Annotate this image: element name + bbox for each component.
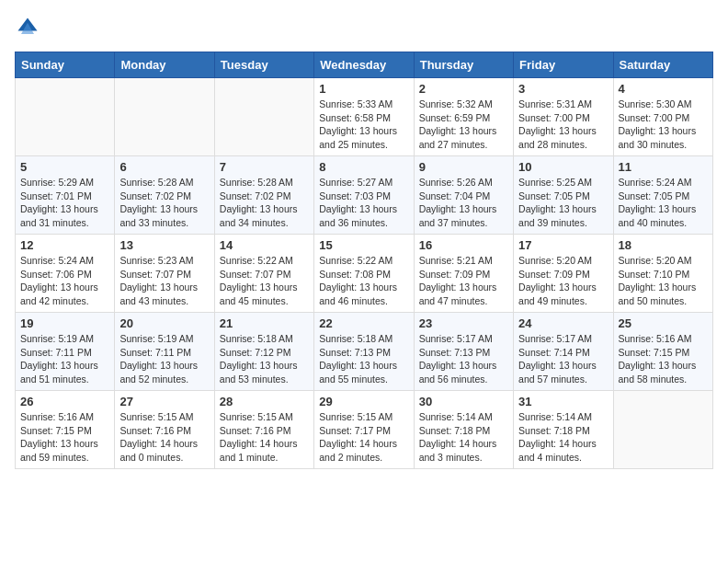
calendar-cell: 28Sunrise: 5:15 AM Sunset: 7:16 PM Dayli…	[214, 391, 313, 469]
day-number: 7	[220, 160, 309, 174]
calendar-cell	[214, 78, 313, 156]
day-info: Sunrise: 5:16 AM Sunset: 7:15 PM Dayligh…	[20, 410, 109, 465]
day-number: 20	[119, 316, 209, 330]
day-info: Sunrise: 5:20 AM Sunset: 7:10 PM Dayligh…	[619, 254, 708, 308]
day-info: Sunrise: 5:27 AM Sunset: 7:03 PM Dayligh…	[319, 176, 408, 230]
week-row-1: 1Sunrise: 5:33 AM Sunset: 6:58 PM Daylig…	[16, 78, 713, 156]
calendar-cell: 6Sunrise: 5:28 AM Sunset: 7:02 PM Daylig…	[115, 156, 214, 235]
calendar-cell: 12Sunrise: 5:24 AM Sunset: 7:06 PM Dayli…	[16, 235, 115, 313]
week-row-5: 26Sunrise: 5:16 AM Sunset: 7:15 PM Dayli…	[16, 391, 713, 469]
calendar-cell	[16, 78, 115, 156]
calendar-cell: 18Sunrise: 5:20 AM Sunset: 7:10 PM Dayli…	[613, 235, 712, 313]
header-friday: Friday	[514, 52, 613, 78]
day-info: Sunrise: 5:25 AM Sunset: 7:05 PM Dayligh…	[518, 176, 608, 230]
day-info: Sunrise: 5:17 AM Sunset: 7:14 PM Dayligh…	[518, 332, 608, 386]
calendar-cell: 1Sunrise: 5:33 AM Sunset: 6:58 PM Daylig…	[314, 78, 414, 156]
day-info: Sunrise: 5:21 AM Sunset: 7:09 PM Dayligh…	[419, 254, 508, 308]
day-number: 1	[319, 82, 408, 96]
day-info: Sunrise: 5:24 AM Sunset: 7:06 PM Dayligh…	[20, 254, 109, 308]
day-number: 3	[518, 82, 608, 96]
day-number: 10	[518, 160, 608, 174]
calendar-cell: 25Sunrise: 5:16 AM Sunset: 7:15 PM Dayli…	[613, 313, 712, 391]
calendar-cell: 7Sunrise: 5:28 AM Sunset: 7:02 PM Daylig…	[214, 156, 313, 235]
day-number: 4	[619, 82, 708, 96]
logo	[15, 15, 44, 40]
day-info: Sunrise: 5:29 AM Sunset: 7:01 PM Dayligh…	[20, 176, 109, 230]
calendar-cell: 22Sunrise: 5:18 AM Sunset: 7:13 PM Dayli…	[314, 313, 414, 391]
calendar-header-row: SundayMondayTuesdayWednesdayThursdayFrid…	[16, 52, 713, 78]
day-number: 2	[419, 82, 508, 96]
calendar-cell: 4Sunrise: 5:30 AM Sunset: 7:00 PM Daylig…	[613, 78, 712, 156]
calendar-cell: 26Sunrise: 5:16 AM Sunset: 7:15 PM Dayli…	[16, 391, 115, 469]
day-info: Sunrise: 5:19 AM Sunset: 7:11 PM Dayligh…	[20, 332, 109, 386]
day-number: 15	[319, 238, 408, 252]
calendar-cell	[115, 78, 214, 156]
header-saturday: Saturday	[613, 52, 712, 78]
calendar-cell: 5Sunrise: 5:29 AM Sunset: 7:01 PM Daylig…	[16, 156, 115, 235]
calendar-cell	[613, 391, 712, 469]
calendar-cell: 17Sunrise: 5:20 AM Sunset: 7:09 PM Dayli…	[514, 235, 613, 313]
calendar-cell: 2Sunrise: 5:32 AM Sunset: 6:59 PM Daylig…	[414, 78, 513, 156]
day-info: Sunrise: 5:18 AM Sunset: 7:12 PM Dayligh…	[220, 332, 309, 386]
calendar-cell: 16Sunrise: 5:21 AM Sunset: 7:09 PM Dayli…	[414, 235, 513, 313]
calendar-cell: 9Sunrise: 5:26 AM Sunset: 7:04 PM Daylig…	[414, 156, 513, 235]
week-row-4: 19Sunrise: 5:19 AM Sunset: 7:11 PM Dayli…	[16, 313, 713, 391]
calendar-cell: 10Sunrise: 5:25 AM Sunset: 7:05 PM Dayli…	[514, 156, 613, 235]
calendar-cell: 20Sunrise: 5:19 AM Sunset: 7:11 PM Dayli…	[115, 313, 214, 391]
calendar-cell: 27Sunrise: 5:15 AM Sunset: 7:16 PM Dayli…	[115, 391, 214, 469]
day-number: 9	[419, 160, 508, 174]
day-info: Sunrise: 5:32 AM Sunset: 6:59 PM Dayligh…	[419, 98, 508, 152]
day-number: 19	[20, 316, 109, 330]
day-number: 26	[20, 395, 109, 408]
page-header	[15, 15, 713, 40]
day-info: Sunrise: 5:15 AM Sunset: 7:17 PM Dayligh…	[319, 410, 408, 465]
day-info: Sunrise: 5:14 AM Sunset: 7:18 PM Dayligh…	[419, 410, 508, 465]
day-number: 27	[119, 395, 209, 408]
header-thursday: Thursday	[414, 52, 513, 78]
day-number: 18	[619, 238, 708, 252]
day-number: 21	[220, 316, 309, 330]
day-info: Sunrise: 5:15 AM Sunset: 7:16 PM Dayligh…	[220, 410, 309, 465]
calendar-cell: 24Sunrise: 5:17 AM Sunset: 7:14 PM Dayli…	[514, 313, 613, 391]
day-info: Sunrise: 5:18 AM Sunset: 7:13 PM Dayligh…	[319, 332, 408, 386]
day-number: 5	[20, 160, 109, 174]
calendar-cell: 21Sunrise: 5:18 AM Sunset: 7:12 PM Dayli…	[214, 313, 313, 391]
calendar-cell: 15Sunrise: 5:22 AM Sunset: 7:08 PM Dayli…	[314, 235, 414, 313]
logo-icon	[15, 15, 40, 40]
day-info: Sunrise: 5:22 AM Sunset: 7:07 PM Dayligh…	[220, 254, 309, 308]
calendar-cell: 29Sunrise: 5:15 AM Sunset: 7:17 PM Dayli…	[314, 391, 414, 469]
day-number: 22	[319, 316, 408, 330]
day-number: 13	[119, 238, 209, 252]
day-number: 31	[518, 395, 608, 408]
day-info: Sunrise: 5:22 AM Sunset: 7:08 PM Dayligh…	[319, 254, 408, 308]
calendar-table: SundayMondayTuesdayWednesdayThursdayFrid…	[15, 52, 713, 469]
day-number: 6	[119, 160, 209, 174]
header-monday: Monday	[115, 52, 214, 78]
day-info: Sunrise: 5:20 AM Sunset: 7:09 PM Dayligh…	[518, 254, 608, 308]
day-info: Sunrise: 5:17 AM Sunset: 7:13 PM Dayligh…	[419, 332, 508, 386]
day-number: 30	[419, 395, 508, 408]
calendar-cell: 11Sunrise: 5:24 AM Sunset: 7:05 PM Dayli…	[613, 156, 712, 235]
calendar-cell: 8Sunrise: 5:27 AM Sunset: 7:03 PM Daylig…	[314, 156, 414, 235]
day-number: 24	[518, 316, 608, 330]
day-info: Sunrise: 5:33 AM Sunset: 6:58 PM Dayligh…	[319, 98, 408, 152]
day-info: Sunrise: 5:31 AM Sunset: 7:00 PM Dayligh…	[518, 98, 608, 152]
day-info: Sunrise: 5:23 AM Sunset: 7:07 PM Dayligh…	[119, 254, 209, 308]
week-row-3: 12Sunrise: 5:24 AM Sunset: 7:06 PM Dayli…	[16, 235, 713, 313]
day-info: Sunrise: 5:24 AM Sunset: 7:05 PM Dayligh…	[619, 176, 708, 230]
day-number: 16	[419, 238, 508, 252]
calendar-cell: 31Sunrise: 5:14 AM Sunset: 7:18 PM Dayli…	[514, 391, 613, 469]
header-tuesday: Tuesday	[214, 52, 313, 78]
day-number: 8	[319, 160, 408, 174]
day-info: Sunrise: 5:28 AM Sunset: 7:02 PM Dayligh…	[220, 176, 309, 230]
day-info: Sunrise: 5:26 AM Sunset: 7:04 PM Dayligh…	[419, 176, 508, 230]
day-number: 12	[20, 238, 109, 252]
day-info: Sunrise: 5:15 AM Sunset: 7:16 PM Dayligh…	[119, 410, 209, 465]
day-number: 17	[518, 238, 608, 252]
header-sunday: Sunday	[16, 52, 115, 78]
header-wednesday: Wednesday	[314, 52, 414, 78]
day-number: 28	[220, 395, 309, 408]
calendar-cell: 23Sunrise: 5:17 AM Sunset: 7:13 PM Dayli…	[414, 313, 513, 391]
day-number: 14	[220, 238, 309, 252]
day-info: Sunrise: 5:30 AM Sunset: 7:00 PM Dayligh…	[619, 98, 708, 152]
